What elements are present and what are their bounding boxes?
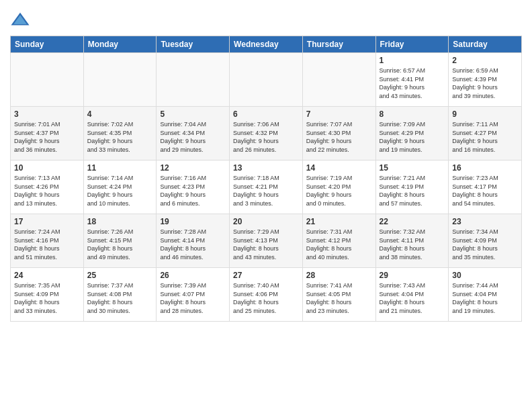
weekday-header: Saturday — [449, 36, 522, 53]
day-number: 13 — [233, 163, 299, 173]
day-number: 16 — [452, 163, 518, 173]
calendar-cell: 5Sunrise: 7:04 AM Sunset: 4:34 PM Daylig… — [157, 107, 230, 161]
day-number: 21 — [306, 217, 372, 226]
day-info: Sunrise: 7:07 AM Sunset: 4:30 PM Dayligh… — [306, 120, 372, 154]
day-number: 27 — [233, 271, 299, 280]
calendar-cell: 26Sunrise: 7:39 AM Sunset: 4:07 PM Dayli… — [157, 268, 230, 322]
day-info: Sunrise: 7:35 AM Sunset: 4:09 PM Dayligh… — [14, 281, 80, 315]
day-info: Sunrise: 7:04 AM Sunset: 4:34 PM Dayligh… — [160, 120, 226, 154]
calendar-cell: 9Sunrise: 7:11 AM Sunset: 4:27 PM Daylig… — [449, 107, 522, 161]
day-number: 6 — [233, 109, 299, 119]
day-number: 19 — [160, 217, 226, 226]
day-number: 1 — [380, 56, 445, 65]
day-number: 4 — [87, 109, 153, 119]
day-number: 18 — [87, 217, 153, 226]
calendar-cell: 11Sunrise: 7:14 AM Sunset: 4:24 PM Dayli… — [83, 161, 157, 214]
day-number: 14 — [306, 163, 372, 173]
day-info: Sunrise: 7:06 AM Sunset: 4:32 PM Dayligh… — [233, 120, 299, 154]
day-info: Sunrise: 6:59 AM Sunset: 4:39 PM Dayligh… — [452, 66, 518, 100]
weekday-header: Monday — [83, 36, 157, 53]
day-number: 9 — [452, 109, 518, 119]
calendar-cell — [230, 53, 303, 107]
day-info: Sunrise: 7:18 AM Sunset: 4:21 PM Dayligh… — [233, 174, 299, 208]
day-info: Sunrise: 7:02 AM Sunset: 4:35 PM Dayligh… — [87, 120, 153, 154]
day-info: Sunrise: 7:43 AM Sunset: 4:04 PM Dayligh… — [380, 281, 445, 315]
calendar-cell: 7Sunrise: 7:07 AM Sunset: 4:30 PM Daylig… — [302, 107, 375, 161]
day-info: Sunrise: 7:41 AM Sunset: 4:05 PM Dayligh… — [306, 281, 372, 315]
day-number: 24 — [14, 271, 80, 280]
weekday-header: Sunday — [11, 36, 84, 53]
day-info: Sunrise: 7:39 AM Sunset: 4:07 PM Dayligh… — [160, 281, 226, 315]
day-number: 30 — [452, 271, 518, 280]
calendar-cell: 10Sunrise: 7:13 AM Sunset: 4:26 PM Dayli… — [11, 161, 84, 214]
day-info: Sunrise: 7:34 AM Sunset: 4:09 PM Dayligh… — [452, 228, 518, 261]
day-number: 25 — [87, 271, 153, 280]
day-number: 23 — [452, 217, 518, 226]
calendar-cell — [83, 53, 157, 107]
weekday-header: Wednesday — [230, 36, 303, 53]
weekday-header: Tuesday — [157, 36, 230, 53]
calendar-cell: 23Sunrise: 7:34 AM Sunset: 4:09 PM Dayli… — [449, 214, 522, 268]
day-info: Sunrise: 7:13 AM Sunset: 4:26 PM Dayligh… — [14, 174, 80, 208]
logo-icon — [10, 10, 30, 30]
weekday-header: Friday — [375, 36, 449, 53]
day-info: Sunrise: 7:09 AM Sunset: 4:29 PM Dayligh… — [380, 120, 445, 154]
calendar-cell: 20Sunrise: 7:29 AM Sunset: 4:13 PM Dayli… — [230, 214, 303, 268]
weekday-header: Thursday — [302, 36, 375, 53]
day-number: 26 — [160, 271, 226, 280]
calendar-cell: 16Sunrise: 7:23 AM Sunset: 4:17 PM Dayli… — [449, 161, 522, 214]
day-info: Sunrise: 7:31 AM Sunset: 4:12 PM Dayligh… — [306, 228, 372, 261]
logo — [10, 10, 33, 30]
calendar-cell: 12Sunrise: 7:16 AM Sunset: 4:23 PM Dayli… — [157, 161, 230, 214]
calendar-cell: 6Sunrise: 7:06 AM Sunset: 4:32 PM Daylig… — [230, 107, 303, 161]
calendar-cell: 4Sunrise: 7:02 AM Sunset: 4:35 PM Daylig… — [83, 107, 157, 161]
day-number: 15 — [380, 163, 445, 173]
calendar-cell — [302, 53, 375, 107]
day-number: 10 — [14, 163, 80, 173]
calendar-cell: 29Sunrise: 7:43 AM Sunset: 4:04 PM Dayli… — [375, 268, 449, 322]
day-info: Sunrise: 7:16 AM Sunset: 4:23 PM Dayligh… — [160, 174, 226, 208]
calendar-cell — [11, 53, 84, 107]
calendar-cell: 8Sunrise: 7:09 AM Sunset: 4:29 PM Daylig… — [375, 107, 449, 161]
day-info: Sunrise: 7:01 AM Sunset: 4:37 PM Dayligh… — [14, 120, 80, 154]
day-info: Sunrise: 7:14 AM Sunset: 4:24 PM Dayligh… — [87, 174, 153, 208]
day-info: Sunrise: 7:23 AM Sunset: 4:17 PM Dayligh… — [452, 174, 518, 208]
day-info: Sunrise: 7:28 AM Sunset: 4:14 PM Dayligh… — [160, 228, 226, 261]
calendar-cell: 18Sunrise: 7:26 AM Sunset: 4:15 PM Dayli… — [83, 214, 157, 268]
day-info: Sunrise: 7:21 AM Sunset: 4:19 PM Dayligh… — [380, 174, 445, 208]
calendar-cell: 3Sunrise: 7:01 AM Sunset: 4:37 PM Daylig… — [11, 107, 84, 161]
day-info: Sunrise: 7:40 AM Sunset: 4:06 PM Dayligh… — [233, 281, 299, 315]
calendar-cell: 25Sunrise: 7:37 AM Sunset: 4:08 PM Dayli… — [83, 268, 157, 322]
calendar-cell: 15Sunrise: 7:21 AM Sunset: 4:19 PM Dayli… — [375, 161, 449, 214]
calendar: SundayMondayTuesdayWednesdayThursdayFrid… — [10, 36, 522, 322]
calendar-cell: 13Sunrise: 7:18 AM Sunset: 4:21 PM Dayli… — [230, 161, 303, 214]
calendar-cell — [157, 53, 230, 107]
day-number: 5 — [160, 109, 226, 119]
day-number: 7 — [306, 109, 372, 119]
calendar-cell: 30Sunrise: 7:44 AM Sunset: 4:04 PM Dayli… — [449, 268, 522, 322]
day-info: Sunrise: 7:26 AM Sunset: 4:15 PM Dayligh… — [87, 228, 153, 261]
calendar-cell: 24Sunrise: 7:35 AM Sunset: 4:09 PM Dayli… — [11, 268, 84, 322]
day-number: 3 — [14, 109, 80, 119]
day-info: Sunrise: 7:24 AM Sunset: 4:16 PM Dayligh… — [14, 228, 80, 261]
day-info: Sunrise: 7:11 AM Sunset: 4:27 PM Dayligh… — [452, 120, 518, 154]
day-number: 20 — [233, 217, 299, 226]
calendar-cell: 27Sunrise: 7:40 AM Sunset: 4:06 PM Dayli… — [230, 268, 303, 322]
day-number: 17 — [14, 217, 80, 226]
day-number: 12 — [160, 163, 226, 173]
calendar-cell: 28Sunrise: 7:41 AM Sunset: 4:05 PM Dayli… — [302, 268, 375, 322]
day-info: Sunrise: 7:29 AM Sunset: 4:13 PM Dayligh… — [233, 228, 299, 261]
day-number: 28 — [306, 271, 372, 280]
day-info: Sunrise: 7:32 AM Sunset: 4:11 PM Dayligh… — [380, 228, 445, 261]
day-number: 22 — [380, 217, 445, 226]
day-info: Sunrise: 7:37 AM Sunset: 4:08 PM Dayligh… — [87, 281, 153, 315]
calendar-cell: 2Sunrise: 6:59 AM Sunset: 4:39 PM Daylig… — [449, 53, 522, 107]
calendar-cell: 17Sunrise: 7:24 AM Sunset: 4:16 PM Dayli… — [11, 214, 84, 268]
day-number: 29 — [380, 271, 445, 280]
day-number: 8 — [380, 109, 445, 119]
calendar-cell: 19Sunrise: 7:28 AM Sunset: 4:14 PM Dayli… — [157, 214, 230, 268]
day-info: Sunrise: 7:19 AM Sunset: 4:20 PM Dayligh… — [306, 174, 372, 208]
day-number: 11 — [87, 163, 153, 173]
calendar-cell: 14Sunrise: 7:19 AM Sunset: 4:20 PM Dayli… — [302, 161, 375, 214]
calendar-cell: 1Sunrise: 6:57 AM Sunset: 4:41 PM Daylig… — [375, 53, 449, 107]
